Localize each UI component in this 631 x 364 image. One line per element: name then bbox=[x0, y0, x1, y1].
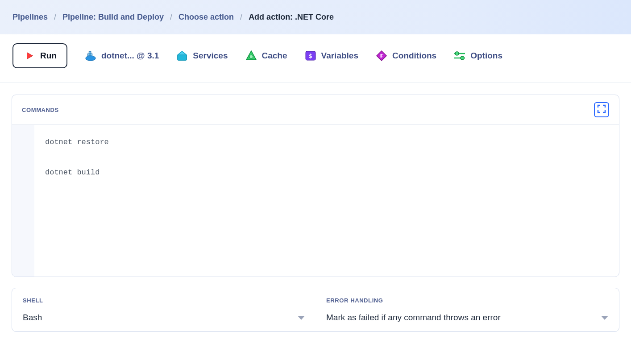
error-handling-select[interactable]: Mark as failed if any command throws an … bbox=[326, 313, 608, 323]
chevron-down-icon bbox=[601, 316, 608, 320]
settings-panel: SHELL Bash ERROR HANDLING Mark as failed… bbox=[12, 288, 619, 332]
breadcrumb-sep: / bbox=[54, 12, 56, 22]
options-icon bbox=[453, 50, 466, 62]
docker-icon bbox=[84, 50, 97, 62]
tab-conditions-label: Conditions bbox=[392, 51, 436, 61]
breadcrumb-sep: / bbox=[170, 12, 172, 22]
tab-run[interactable]: Run bbox=[12, 43, 67, 68]
svg-rect-3 bbox=[90, 54, 92, 56]
svg-point-15 bbox=[461, 56, 464, 60]
svg-rect-5 bbox=[178, 55, 187, 60]
breadcrumb: Pipelines / Pipeline: Build and Deploy /… bbox=[0, 0, 631, 34]
error-handling-value: Mark as failed if any command throws an … bbox=[326, 313, 501, 323]
svg-point-7 bbox=[249, 55, 253, 58]
tab-variables[interactable]: $ Variables bbox=[304, 46, 358, 66]
conditions-icon: IF bbox=[375, 50, 388, 62]
commands-panel: COMMANDS dotnet restore dotnet build bbox=[12, 95, 619, 277]
variables-icon: $ bbox=[304, 50, 317, 62]
tab-services[interactable]: Services bbox=[176, 46, 228, 66]
breadcrumb-choose-action[interactable]: Choose action bbox=[179, 12, 234, 22]
tab-variables-label: Variables bbox=[321, 51, 358, 61]
cache-icon bbox=[245, 50, 257, 62]
tab-options-label: Options bbox=[470, 51, 502, 61]
play-icon bbox=[23, 50, 36, 62]
shell-select[interactable]: Bash bbox=[23, 313, 305, 323]
shell-value: Bash bbox=[23, 313, 42, 323]
svg-text:$: $ bbox=[309, 53, 312, 59]
svg-point-14 bbox=[455, 52, 459, 55]
svg-text:IF: IF bbox=[380, 54, 384, 58]
tab-options[interactable]: Options bbox=[453, 46, 502, 66]
svg-rect-4 bbox=[89, 52, 91, 54]
commands-title: COMMANDS bbox=[22, 107, 59, 113]
tab-docker[interactable]: dotnet... @ 3.1 bbox=[84, 46, 159, 66]
svg-rect-2 bbox=[87, 54, 90, 56]
commands-editor[interactable]: dotnet restore dotnet build bbox=[34, 125, 619, 277]
tab-services-label: Services bbox=[193, 51, 228, 61]
tab-cache-label: Cache bbox=[262, 51, 287, 61]
error-handling-label: ERROR HANDLING bbox=[326, 297, 608, 304]
svg-point-1 bbox=[86, 56, 95, 61]
breadcrumb-pipelines[interactable]: Pipelines bbox=[12, 12, 48, 22]
breadcrumb-current: Add action: .NET Core bbox=[249, 12, 334, 22]
tab-run-label: Run bbox=[40, 51, 57, 61]
fullscreen-icon bbox=[597, 104, 606, 115]
tab-bar: Run dotnet... @ 3.1 Services bbox=[0, 34, 631, 83]
breadcrumb-pipeline-detail[interactable]: Pipeline: Build and Deploy bbox=[62, 12, 164, 22]
tab-conditions[interactable]: IF Conditions bbox=[375, 46, 436, 66]
shell-label: SHELL bbox=[23, 297, 305, 304]
breadcrumb-sep: / bbox=[240, 12, 242, 22]
expand-button[interactable] bbox=[594, 102, 609, 117]
tab-docker-label: dotnet... @ 3.1 bbox=[101, 51, 159, 61]
svg-marker-0 bbox=[27, 53, 33, 59]
editor-gutter bbox=[12, 125, 34, 277]
chevron-down-icon bbox=[298, 316, 305, 320]
tab-cache[interactable]: Cache bbox=[245, 46, 287, 66]
services-icon bbox=[176, 50, 188, 62]
